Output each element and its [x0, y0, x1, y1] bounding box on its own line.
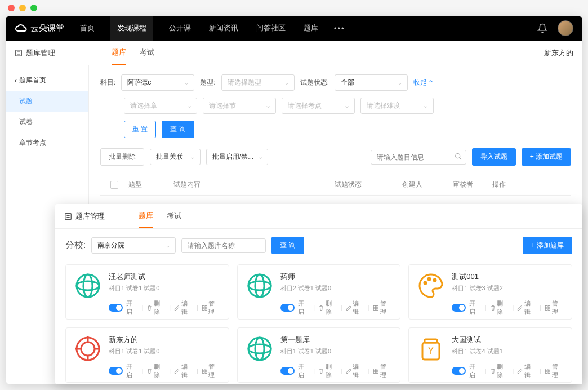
card-edit[interactable]: 编辑 — [517, 299, 536, 316]
chevron-down-icon: ⌵ — [285, 79, 288, 86]
type-select[interactable]: 请选择题型⌵ — [221, 74, 295, 91]
chapter-select[interactable]: 请选择章⌵ — [124, 98, 197, 114]
card-edit[interactable]: 编辑 — [346, 299, 365, 316]
nav-qa[interactable]: 问答社区 — [254, 23, 288, 33]
overlay-tab-questions[interactable]: 题库 — [139, 204, 153, 228]
nav-more-icon[interactable]: ••• — [334, 24, 345, 33]
card-delete[interactable]: 删除 — [318, 299, 337, 316]
card-delete[interactable]: 删除 — [318, 362, 337, 379]
status-select[interactable]: 全部⌵ — [335, 74, 408, 91]
add-bank-button[interactable]: + 添加题库 — [523, 237, 572, 254]
overlay-tab-exams[interactable]: 考试 — [167, 204, 181, 228]
bank-meta: 科目1 试卷1 试题0 — [280, 347, 393, 356]
search-icon[interactable] — [455, 153, 462, 162]
minimize-dot[interactable] — [19, 5, 26, 11]
bank-title: 药师 — [280, 272, 393, 282]
nav-right — [537, 20, 573, 36]
card-edit[interactable]: 编辑 — [517, 362, 536, 379]
svg-point-8 — [77, 274, 99, 297]
card-delete[interactable]: 删除 — [490, 362, 509, 379]
difficulty-select[interactable]: 请选择难度⌵ — [360, 98, 434, 114]
nav-open-class[interactable]: 公开课 — [167, 23, 193, 33]
card-edit[interactable]: 编辑 — [174, 299, 193, 316]
svg-rect-28 — [548, 308, 550, 310]
overlay-tabs: 题库 考试 — [139, 204, 181, 228]
card-manage[interactable]: 管理 — [545, 362, 564, 379]
card-manage[interactable]: 管理 — [202, 299, 221, 316]
tab-questions[interactable]: 题库 — [112, 41, 126, 65]
batch-link-select[interactable]: 批量关联⌵ — [150, 149, 201, 165]
branch-select[interactable]: 南京分院⌵ — [91, 237, 176, 254]
bank-title: 第一题库 — [280, 335, 393, 345]
svg-point-16 — [248, 281, 271, 290]
sidebar-item-papers[interactable]: 试卷 — [6, 112, 88, 132]
bank-actions: 开启|删除|编辑|管理 — [452, 362, 564, 379]
toggle-label: 开启 — [126, 299, 138, 316]
bank-card[interactable]: ¥大国测试科目1 试卷4 试题1开启|删除|编辑|管理 — [408, 327, 572, 383]
batch-delete-button[interactable]: 批量删除 — [100, 148, 144, 166]
enable-toggle[interactable] — [109, 304, 123, 312]
list-icon — [15, 49, 23, 57]
point-select[interactable]: 请选择考点⌵ — [282, 98, 355, 114]
enable-toggle[interactable] — [452, 367, 466, 375]
subject-select[interactable]: 阿萨德c⌵ — [121, 74, 194, 91]
toolbar-row: 批量删除 批量关联⌵ 批量启用/禁...⌵ 导入试题 + 添加试题 — [100, 148, 571, 166]
back-link[interactable]: ‹ 题库首页 — [6, 70, 88, 91]
card-delete[interactable]: 删除 — [146, 362, 166, 379]
collapse-link[interactable]: 收起 ⌃ — [413, 78, 434, 87]
user-avatar[interactable] — [558, 20, 573, 36]
nav-news[interactable]: 新闻资讯 — [207, 23, 240, 33]
card-manage[interactable]: 管理 — [202, 362, 221, 379]
nav-home[interactable]: 首页 — [78, 23, 97, 33]
bank-name-input[interactable] — [181, 238, 266, 253]
nav-question-bank[interactable]: 题库 — [301, 23, 320, 33]
close-dot[interactable] — [8, 5, 15, 11]
tab-exams[interactable]: 考试 — [140, 41, 154, 65]
svg-point-15 — [248, 274, 271, 297]
chevron-down-icon: ⌵ — [166, 242, 170, 249]
sidebar-item-questions[interactable]: 试题 — [6, 91, 88, 112]
enable-toggle[interactable] — [109, 367, 123, 375]
nav-discover[interactable]: 发现课程 — [110, 16, 153, 41]
chevron-up-icon: ⌃ — [428, 79, 434, 87]
card-edit[interactable]: 编辑 — [346, 362, 365, 379]
card-manage[interactable]: 管理 — [373, 362, 392, 379]
bell-icon[interactable] — [537, 23, 547, 33]
sidebar-item-points[interactable]: 章节考点 — [6, 132, 88, 153]
maximize-dot[interactable] — [30, 5, 37, 11]
query-button[interactable]: 查 询 — [162, 121, 194, 138]
import-button[interactable]: 导入试题 — [472, 148, 516, 166]
batch-enable-select[interactable]: 批量启用/禁...⌵ — [206, 149, 268, 165]
chevron-down-icon: ⌵ — [266, 103, 270, 109]
enable-toggle[interactable] — [280, 304, 295, 312]
bank-card[interactable]: 测试001科目1 试卷3 试题2开启|删除|编辑|管理 — [408, 264, 572, 320]
cloud-icon — [15, 23, 28, 34]
add-question-button[interactable]: + 添加试题 — [522, 148, 571, 166]
card-manage[interactable]: 管理 — [545, 299, 564, 316]
section-select[interactable]: 请选择节⌵ — [203, 98, 276, 114]
card-manage[interactable]: 管理 — [373, 299, 392, 316]
svg-rect-43 — [376, 369, 378, 370]
bank-card[interactable]: 药师科目2 试卷1 试题0开启|删除|编辑|管理 — [237, 264, 401, 320]
card-delete[interactable]: 删除 — [146, 299, 166, 316]
reset-button[interactable]: 重 置 — [124, 121, 156, 138]
bank-meta: 科目1 试卷3 试题2 — [452, 284, 564, 292]
card-delete[interactable]: 删除 — [490, 299, 509, 316]
bank-card[interactable]: 第一题库科目1 试卷1 试题0开启|删除|编辑|管理 — [237, 327, 401, 383]
bank-title: 汪老师测试 — [109, 272, 221, 282]
bank-actions: 开启|删除|编辑|管理 — [452, 299, 564, 316]
cards-grid: 汪老师测试科目1 试卷1 试题0开启|删除|编辑|管理药师科目2 试卷1 试题0… — [65, 264, 572, 383]
chevron-down-icon: ⌵ — [191, 154, 194, 160]
bank-card[interactable]: 汪老师测试科目1 试卷1 试题0开启|删除|编辑|管理 — [65, 264, 229, 320]
filter-row-2: 请选择章⌵ 请选择节⌵ 请选择考点⌵ 请选择难度⌵ — [100, 98, 571, 114]
enable-toggle[interactable] — [280, 367, 295, 375]
enable-toggle[interactable] — [452, 304, 466, 312]
select-all-checkbox[interactable] — [110, 181, 118, 189]
th-creator: 创建人 — [402, 180, 453, 189]
bank-title: 大国测试 — [452, 335, 564, 345]
logo[interactable]: 云朵课堂 — [15, 23, 64, 34]
search-input[interactable] — [371, 150, 466, 165]
bank-card[interactable]: 新东方的科目1 试卷1 试题0开启|删除|编辑|管理 — [65, 327, 229, 383]
overlay-query-button[interactable]: 查 询 — [271, 237, 304, 254]
card-edit[interactable]: 编辑 — [174, 362, 193, 379]
